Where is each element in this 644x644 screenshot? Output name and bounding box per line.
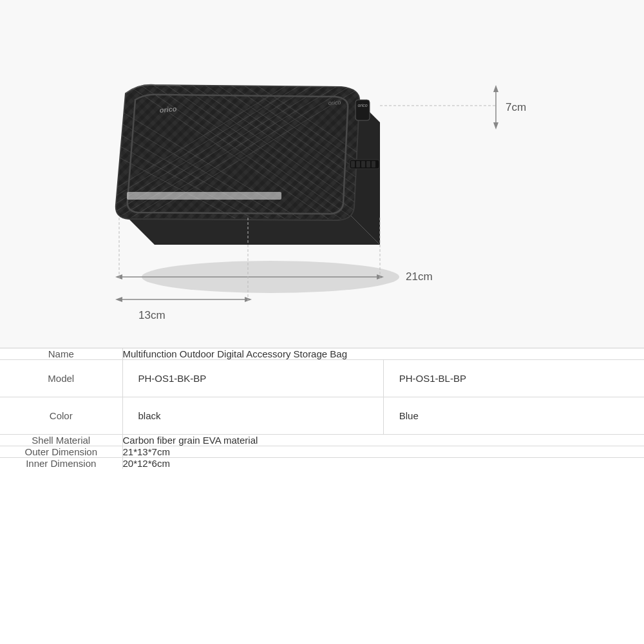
svg-text:orico: orico <box>357 103 367 108</box>
svg-text:orico: orico <box>328 99 341 106</box>
label-inner-dimension: Inner Dimension <box>0 458 122 469</box>
svg-text:orico: orico <box>159 105 177 114</box>
svg-line-13 <box>213 64 502 258</box>
svg-line-23 <box>39 64 361 258</box>
svg-line-5 <box>109 64 399 258</box>
value-name: Multifunction Outdoor Digital Accessory … <box>122 348 644 360</box>
table-row-outer-dimension: Outer Dimension 21*13*7cm <box>0 446 644 458</box>
svg-point-0 <box>142 261 399 293</box>
table-row-inner-dimension: Inner Dimension 20*12*6cm <box>0 458 644 469</box>
svg-line-8 <box>148 64 438 258</box>
color-value-1: black <box>123 397 384 434</box>
value-model: PH-OS1-BK-BP PH-OS1-BL-BP <box>122 360 644 397</box>
svg-line-6 <box>122 64 412 258</box>
label-shell-material: Shell Material <box>0 435 122 446</box>
svg-line-9 <box>161 64 451 258</box>
value-inner-dimension: 20*12*6cm <box>122 458 644 469</box>
svg-marker-50 <box>115 297 122 302</box>
svg-marker-39 <box>493 85 498 92</box>
label-model: Model <box>0 360 122 397</box>
product-image-section: orico orico orico 7cm 21cm <box>0 0 644 348</box>
svg-rect-31 <box>356 161 360 167</box>
model-value-2: PH-OS1-BL-BP <box>384 360 644 397</box>
table-row-name: Name Multifunction Outdoor Digital Acces… <box>0 348 644 360</box>
svg-text:21cm: 21cm <box>406 270 433 283</box>
svg-line-24 <box>26 64 348 258</box>
svg-rect-32 <box>361 161 365 167</box>
svg-line-10 <box>174 64 464 258</box>
svg-line-21 <box>77 64 399 258</box>
svg-line-26 <box>0 64 322 258</box>
svg-rect-30 <box>351 161 355 167</box>
svg-rect-33 <box>366 161 370 167</box>
svg-marker-44 <box>115 274 122 279</box>
svg-line-25 <box>13 64 335 258</box>
svg-line-15 <box>64 77 386 270</box>
svg-marker-51 <box>245 297 252 302</box>
svg-line-18 <box>64 116 348 270</box>
svg-line-11 <box>187 64 477 258</box>
value-shell-material: Carbon fiber grain EVA material <box>122 435 644 446</box>
label-name: Name <box>0 348 122 360</box>
svg-marker-40 <box>493 122 498 129</box>
svg-line-20 <box>64 64 386 258</box>
value-color: black Blue <box>122 397 644 435</box>
svg-rect-37 <box>127 192 281 200</box>
svg-rect-27 <box>355 100 370 120</box>
svg-rect-29 <box>350 160 379 169</box>
value-outer-dimension: 21*13*7cm <box>122 446 644 458</box>
svg-text:13cm: 13cm <box>138 309 166 321</box>
svg-line-16 <box>64 90 374 270</box>
color-value-2: Blue <box>384 397 644 434</box>
table-row-model: Model PH-OS1-BK-BP PH-OS1-BL-BP <box>0 360 644 397</box>
svg-marker-45 <box>377 274 384 279</box>
label-color: Color <box>0 397 122 435</box>
table-row-shell-material: Shell Material Carbon fiber grain EVA ma… <box>0 435 644 446</box>
label-outer-dimension: Outer Dimension <box>0 446 122 458</box>
svg-line-17 <box>64 103 361 270</box>
svg-line-4 <box>97 64 386 258</box>
model-value-1: PH-OS1-BK-BP <box>123 360 384 397</box>
svg-text:7cm: 7cm <box>506 101 526 113</box>
svg-line-14 <box>225 64 515 258</box>
specs-table: Name Multifunction Outdoor Digital Acces… <box>0 348 644 469</box>
svg-line-22 <box>52 64 374 258</box>
table-row-color: Color black Blue <box>0 397 644 435</box>
svg-line-19 <box>64 129 335 270</box>
svg-rect-34 <box>372 161 375 167</box>
svg-line-12 <box>200 64 489 258</box>
svg-line-7 <box>135 64 425 258</box>
